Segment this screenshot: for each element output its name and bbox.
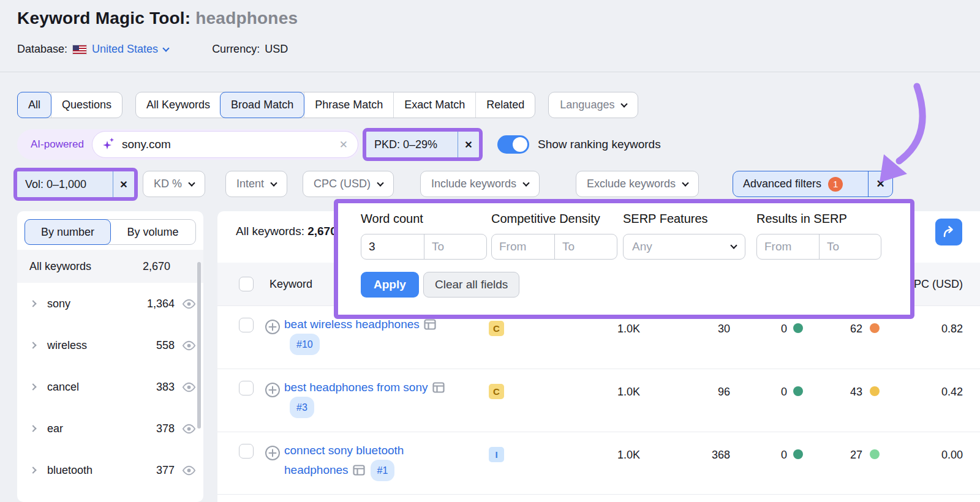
serp-preview-icon[interactable] [353,465,365,476]
sidebar-item-cancel[interactable]: cancel 383 [17,366,203,408]
pkd-filter-chip[interactable]: PKD: 0–29% [366,132,458,157]
volume-filter-chip[interactable]: Vol: 0–1,000 [17,171,113,197]
advanced-filters-label: Advanced filters [733,178,828,190]
serp-indicator-dot [870,386,880,396]
tab-by-number[interactable]: By number [24,219,111,245]
serp-preview-icon[interactable] [432,382,445,393]
keyword-link[interactable]: best headphones from sony [284,381,428,394]
serp-features-select[interactable]: Any [623,234,745,260]
chevron-right-icon[interactable] [29,466,36,473]
results-in-serp-label: Results in SERP [756,212,847,226]
sidebar-item-bluetooth[interactable]: bluetooth 377 [17,449,203,491]
eye-icon[interactable] [182,299,196,309]
cpc-filter-dropdown[interactable]: CPC (USD) [303,171,394,197]
competitive-density-range [491,234,617,260]
competitive-density-to-input[interactable] [555,240,617,253]
competitive-density-from-input[interactable] [492,240,554,253]
volume-value: 1.0K [617,323,640,335]
advanced-filters-button[interactable]: Advanced filters 1 ✕ [733,171,893,197]
pkd-chip-highlight: PKD: 0–29% ✕ [363,128,483,161]
close-advanced-filters-icon[interactable]: ✕ [868,171,892,197]
chevron-right-icon[interactable] [29,342,36,348]
chevron-down-icon [377,179,383,186]
results-value: 0 [781,323,787,335]
table-row: connect sony bluetooth headphones#1 I 1.… [217,432,980,495]
results-value: 0 [781,386,787,399]
chevron-right-icon[interactable] [29,300,36,307]
word-count-to-input[interactable] [424,240,486,253]
sidebar-item-ear[interactable]: ear 378 [17,408,203,449]
group-count: 383 [156,381,175,394]
results-in-serp-from-input[interactable] [757,240,819,253]
tab-all-keywords[interactable]: All Keywords [136,92,221,118]
tab-by-volume[interactable]: By volume [110,220,195,244]
add-to-list-icon[interactable] [265,445,281,461]
keyword-groups-sidebar: By number By volume All keywords 2,670 s… [17,211,203,502]
kd-value: 96 [718,386,730,399]
toggle-knob [513,137,527,152]
intent-badge: C [489,321,504,336]
tab-exact-match[interactable]: Exact Match [393,92,475,118]
remove-pkd-filter-icon[interactable]: ✕ [458,132,479,157]
group-count: 378 [156,422,175,435]
add-to-list-icon[interactable] [265,319,281,335]
eye-icon[interactable] [182,382,196,392]
sidebar-item-sony[interactable]: sony 1,364 [17,283,203,324]
tab-broad-match[interactable]: Broad Match [220,92,304,118]
word-count-from-input[interactable] [361,240,424,253]
remove-volume-filter-icon[interactable]: ✕ [113,171,134,197]
intent-filter-dropdown[interactable]: Intent [225,171,287,197]
results-indicator-dot [793,386,803,396]
toggle-label: Show ranking keywords [538,138,661,151]
header-divider [0,72,980,72]
keyword-cell: best headphones from sony#3 [284,378,445,418]
tab-related[interactable]: Related [475,92,535,118]
exclude-keywords-label: Exclude keywords [587,178,676,190]
eye-icon[interactable] [182,424,196,434]
add-to-list-icon[interactable] [265,382,281,398]
column-header-keyword[interactable]: Keyword [270,278,312,291]
database-select[interactable]: United States [92,43,158,56]
tab-phrase-match[interactable]: Phrase Match [304,92,393,118]
show-ranking-keywords-toggle[interactable] [497,135,529,154]
row-checkbox[interactable] [239,444,254,459]
sidebar-item-all-keywords[interactable]: All keywords 2,670 [17,250,203,283]
cpc-value: 0.00 [941,449,963,462]
chevron-down-icon [522,179,529,186]
group-count: 1,364 [147,298,175,310]
results-in-serp-to-input[interactable] [820,240,881,253]
search-input[interactable]: sony.com ✕ [92,131,358,158]
eye-icon[interactable] [182,465,196,476]
page-title-text: Keyword Magic Tool: [17,9,190,28]
chevron-down-icon[interactable] [162,45,169,51]
results-value: 0 [781,449,787,462]
tab-questions[interactable]: Questions [51,92,122,118]
volume-value: 1.0K [617,449,640,462]
exclude-keywords-dropdown[interactable]: Exclude keywords [576,171,699,197]
summary-count: 2,670 [307,225,337,238]
include-keywords-dropdown[interactable]: Include keywords [420,171,540,197]
clear-all-fields-button[interactable]: Clear all fields [423,272,519,298]
clear-search-icon[interactable]: ✕ [339,138,348,151]
cpc-value: 0.82 [941,323,963,335]
meta-row: Database: United States Currency: USD [17,43,288,56]
tab-all[interactable]: All [17,92,51,118]
chevron-down-icon [682,179,688,186]
kd-filter-dropdown[interactable]: KD % [143,171,205,197]
chevron-right-icon[interactable] [29,425,36,432]
chevron-right-icon[interactable] [29,383,36,390]
languages-dropdown[interactable]: Languages [548,92,638,118]
select-all-checkbox[interactable] [239,277,254,291]
chevron-down-icon [270,179,277,186]
export-button[interactable] [935,219,962,245]
row-checkbox[interactable] [239,381,254,395]
serp-preview-icon[interactable] [424,319,436,330]
apply-button[interactable]: Apply [361,272,419,298]
keyword-link[interactable]: beat wireless headphones [284,318,420,331]
pkd-chip-label: PKD: 0–29% [366,138,445,151]
row-checkbox[interactable] [239,318,254,332]
eye-icon[interactable] [182,340,196,351]
sidebar-item-wireless[interactable]: wireless 558 [17,324,203,366]
kd-value: 30 [718,323,730,335]
sidebar-scrollbar[interactable] [197,262,201,429]
